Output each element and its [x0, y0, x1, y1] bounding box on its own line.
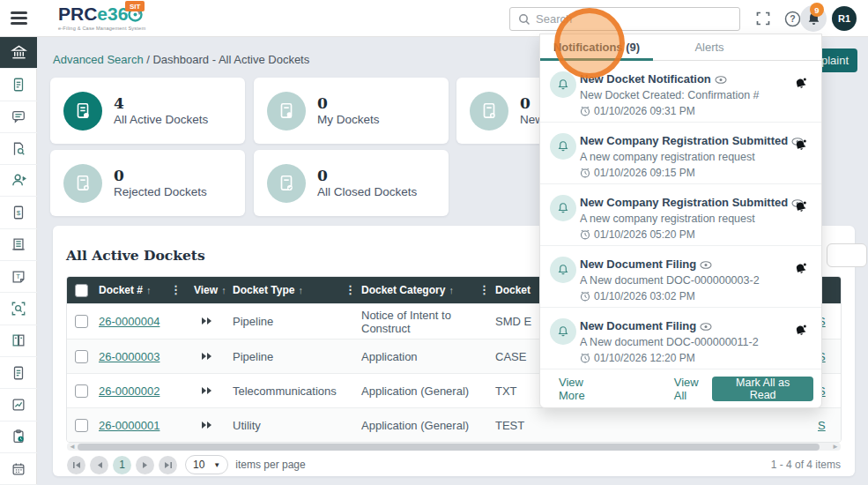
- row-checkbox[interactable]: [75, 419, 88, 432]
- mute-notification-icon[interactable]: [794, 200, 807, 216]
- rejected-dockets-icon: [63, 164, 102, 203]
- sidebar-item-dockets[interactable]: [0, 69, 37, 101]
- docket-type-cell: Pipeline: [233, 315, 273, 328]
- mute-notification-icon[interactable]: [794, 138, 807, 154]
- select-all-checkbox[interactable]: [75, 284, 88, 297]
- col-docket-category[interactable]: Docket Category: [361, 284, 445, 296]
- row-checkbox[interactable]: [75, 350, 88, 363]
- sidebar-item-billing[interactable]: $: [0, 197, 37, 228]
- tab-alerts[interactable]: Alerts: [653, 34, 766, 60]
- sort-asc-icon[interactable]: ↑: [298, 285, 303, 295]
- column-menu-icon[interactable]: ⋮: [345, 286, 356, 295]
- new-dockets-icon: [470, 92, 508, 131]
- page-size-select[interactable]: 10▼: [185, 455, 228, 474]
- notification-bell-icon: [550, 195, 576, 221]
- fast-forward-icon[interactable]: [201, 386, 212, 395]
- stat-card-rejected-dockets[interactable]: 0Rejected Dockets: [50, 150, 245, 216]
- stat-value: 0: [317, 168, 417, 184]
- col-view[interactable]: View: [194, 284, 218, 296]
- sidebar-item-document-search[interactable]: [0, 133, 37, 165]
- notification-item[interactable]: New Document Filing A New document DOC-0…: [540, 308, 821, 369]
- search-input[interactable]: [536, 12, 739, 26]
- fullscreen-button[interactable]: [750, 5, 776, 32]
- fast-forward-icon[interactable]: [201, 352, 212, 361]
- active-dockets-icon: [63, 92, 102, 131]
- sidebar-item-reports[interactable]: [0, 389, 37, 421]
- stat-card-all-active-dockets[interactable]: 4All Active Dockets: [50, 78, 245, 144]
- svg-text:T: T: [16, 272, 20, 280]
- breadcrumb-current: / Dashboard - All Active Dockets: [146, 53, 309, 66]
- docket-number-link[interactable]: 26-0000004: [99, 315, 160, 328]
- breadcrumb-advanced-search-link[interactable]: Advanced Search: [53, 53, 144, 66]
- sidebar-item-companies[interactable]: [0, 229, 37, 261]
- items-range-label: 1 - 4 of 4 items: [771, 459, 841, 471]
- notification-item[interactable]: New Company Registration Submitted A new…: [540, 184, 821, 246]
- docket-extra-cell: SMD E: [495, 315, 531, 328]
- environment-badge: SIT: [125, 1, 145, 11]
- last-page-button[interactable]: [159, 456, 177, 474]
- sort-asc-icon[interactable]: ↑: [449, 285, 454, 295]
- notification-bell-icon: [550, 133, 576, 160]
- col-docket-extra[interactable]: Docket: [495, 284, 530, 296]
- mute-notification-icon[interactable]: [794, 262, 807, 278]
- document-icon: [11, 77, 26, 93]
- notification-title: New Document Filing: [580, 319, 696, 332]
- sidebar-item-users[interactable]: [0, 165, 37, 197]
- table-row: 26-0000001 Utility Application (General)…: [67, 407, 841, 442]
- scroll-right-icon[interactable]: ►: [832, 443, 839, 451]
- users-icon: [11, 172, 27, 189]
- docket-extra-cell: TEST: [495, 419, 524, 432]
- grid-search-input[interactable]: [827, 243, 867, 267]
- horizontal-scrollbar[interactable]: ◄ ►: [67, 443, 841, 451]
- tab-notifications[interactable]: Notifications (9): [540, 34, 653, 60]
- notification-item[interactable]: New Docket Notification New Docket Creat…: [540, 61, 821, 123]
- page-number-button[interactable]: 1: [113, 456, 131, 474]
- clock-icon: [580, 229, 590, 240]
- docket-type-cell: Utility: [233, 419, 261, 432]
- notification-subtitle: A new company registration request: [580, 151, 755, 163]
- fast-forward-icon[interactable]: [201, 317, 212, 325]
- sort-asc-icon[interactable]: ↑: [146, 285, 152, 295]
- notification-time: 01/10/2026 03:02 PM: [594, 290, 695, 302]
- row-checkbox[interactable]: [75, 315, 88, 328]
- scrollbar-thumb[interactable]: [78, 444, 820, 451]
- menu-icon[interactable]: [11, 11, 27, 26]
- next-page-button[interactable]: [136, 456, 154, 474]
- sidebar-item-dashboard[interactable]: [0, 37, 37, 69]
- docket-number-link[interactable]: 26-0000003: [99, 350, 160, 363]
- sidebar-item-documents[interactable]: [0, 357, 37, 389]
- sidebar-item-templates[interactable]: T: [0, 261, 37, 293]
- col-docket[interactable]: Docket #: [99, 284, 143, 296]
- view-all-link[interactable]: View All: [674, 376, 713, 402]
- sidebar-item-calendar[interactable]: [0, 453, 37, 485]
- prev-page-button[interactable]: [90, 456, 108, 474]
- fast-forward-icon[interactable]: [201, 421, 212, 429]
- user-avatar[interactable]: R1: [832, 6, 857, 31]
- notification-subtitle: A new company registration request: [580, 213, 755, 225]
- view-more-link[interactable]: View More: [559, 376, 611, 402]
- sidebar-item-messages[interactable]: [0, 101, 37, 133]
- sidebar-item-registry[interactable]: [0, 325, 37, 357]
- page-size-value: 10: [193, 459, 204, 471]
- stat-card-all-closed-dockets[interactable]: 0All Closed Dockets: [254, 150, 449, 216]
- stat-card-my-dockets[interactable]: 0My Dockets: [254, 78, 449, 144]
- scroll-left-icon[interactable]: ◄: [69, 443, 76, 451]
- docket-number-link[interactable]: 26-0000001: [99, 419, 160, 432]
- logo-tagline: e-Filing & Case Management System: [58, 26, 145, 31]
- notification-item[interactable]: New Company Registration Submitted A new…: [540, 123, 821, 184]
- docket-number-link[interactable]: 26-0000002: [99, 384, 160, 398]
- col-docket-type[interactable]: Docket Type: [233, 284, 294, 296]
- notification-item[interactable]: New Document Filing A New document DOC-0…: [540, 246, 821, 308]
- sidebar-item-advanced-search[interactable]: [0, 293, 37, 325]
- column-menu-icon[interactable]: ⋮: [479, 286, 490, 295]
- calendar-icon: [11, 461, 26, 477]
- mark-all-read-button[interactable]: Mark All as Read: [712, 377, 813, 401]
- row-checkbox[interactable]: [75, 384, 88, 398]
- first-page-button[interactable]: [67, 456, 85, 474]
- mute-notification-icon[interactable]: [794, 77, 807, 93]
- row-action-link[interactable]: S: [818, 419, 826, 432]
- sidebar-item-tasks[interactable]: [0, 422, 37, 453]
- column-menu-icon[interactable]: ⋮: [170, 286, 182, 295]
- mute-notification-icon[interactable]: [794, 324, 807, 340]
- sort-asc-icon[interactable]: ↑: [221, 285, 226, 295]
